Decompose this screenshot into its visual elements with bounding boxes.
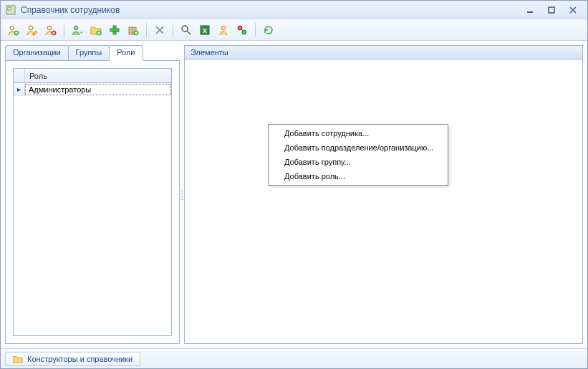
- menu-item-add-employee[interactable]: Добавить сотрудника...: [270, 126, 446, 140]
- svg-rect-1: [8, 7, 11, 10]
- user-edit-button[interactable]: [24, 21, 41, 39]
- svg-point-15: [74, 26, 78, 30]
- menu-item-add-group[interactable]: Добавить группу...: [270, 155, 446, 169]
- toolbar-separator: [173, 23, 173, 37]
- context-menu: Добавить сотрудника... Добавить подразде…: [268, 124, 448, 186]
- svg-text:+: +: [79, 29, 83, 36]
- tab-roles[interactable]: Роли: [109, 45, 143, 61]
- row-cell-role: Администраторы: [25, 84, 171, 95]
- svg-rect-21: [110, 29, 119, 32]
- main-area: Организации Группы Роли Роль ▸ Администр…: [1, 41, 587, 348]
- toolbar: + X: [1, 19, 587, 41]
- refresh-button[interactable]: [260, 21, 277, 39]
- elements-panel-header: Элементы: [184, 45, 583, 59]
- app-icon: [5, 4, 16, 16]
- tabs: Организации Группы Роли: [5, 45, 180, 61]
- delete-button[interactable]: [151, 21, 168, 39]
- folder-add-button[interactable]: [87, 21, 105, 39]
- statusbar: Конструкторы и справочники: [1, 348, 587, 368]
- right-pane: Элементы Добавить сотрудника... Добавить…: [184, 45, 583, 344]
- tab-organizations[interactable]: Организации: [5, 45, 69, 61]
- row-indicator-icon: ▸: [14, 83, 25, 96]
- svg-rect-3: [549, 7, 554, 13]
- roles-grid: Роль ▸ Администраторы: [13, 68, 172, 336]
- elements-panel-body: Добавить сотрудника... Добавить подразде…: [184, 59, 583, 344]
- add-button[interactable]: [106, 21, 123, 39]
- status-button-label: Конструкторы и справочники: [27, 355, 132, 363]
- package-add-button[interactable]: [125, 21, 142, 39]
- status-button[interactable]: [215, 21, 232, 39]
- column-header-role[interactable]: Роль: [25, 72, 47, 80]
- toggle-button[interactable]: [233, 21, 251, 39]
- svg-point-33: [221, 26, 226, 30]
- menu-item-add-role[interactable]: Добавить роль...: [270, 169, 446, 183]
- svg-point-10: [29, 26, 33, 30]
- tab-groups[interactable]: Группы: [68, 45, 110, 61]
- toolbar-separator: [146, 23, 147, 37]
- titlebar: Справочник сотрудников: [1, 1, 587, 19]
- svg-point-11: [47, 26, 52, 30]
- grid-row[interactable]: ▸ Администраторы: [14, 83, 171, 96]
- minimize-button[interactable]: [523, 4, 537, 16]
- person-green-add-button[interactable]: +: [69, 21, 86, 39]
- row-indicator-header: [14, 69, 25, 82]
- folder-icon: [13, 354, 23, 364]
- user-delete-button[interactable]: [42, 21, 59, 39]
- svg-text:X: X: [203, 27, 207, 34]
- window-controls: [523, 4, 583, 16]
- svg-line-30: [187, 31, 191, 34]
- grid-header: Роль: [14, 69, 171, 83]
- toolbar-separator: [64, 23, 64, 37]
- svg-point-29: [182, 26, 188, 32]
- search-button[interactable]: [178, 21, 195, 39]
- window-title: Справочник сотрудников: [21, 5, 523, 15]
- maximize-button[interactable]: [544, 4, 559, 16]
- close-button[interactable]: [566, 4, 580, 16]
- left-pane: Организации Группы Роли Роль ▸ Администр…: [5, 45, 180, 344]
- roles-panel: Роль ▸ Администраторы: [5, 60, 180, 344]
- toolbar-separator: [255, 23, 256, 37]
- excel-export-button[interactable]: X: [196, 21, 213, 39]
- menu-item-add-department[interactable]: Добавить подразделение/организацию...: [270, 140, 446, 155]
- user-add-button[interactable]: [5, 21, 22, 39]
- svg-point-6: [10, 26, 14, 30]
- main-window: Справочник сотрудников + X: [0, 0, 588, 369]
- constructors-references-button[interactable]: Конструкторы и справочники: [5, 352, 140, 366]
